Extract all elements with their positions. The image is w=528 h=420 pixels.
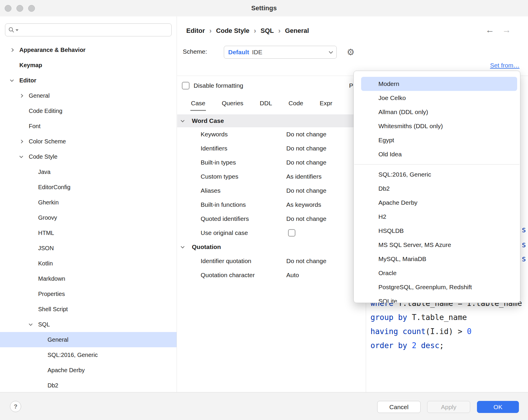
tree-item-editorconfig[interactable]: EditorConfig bbox=[0, 179, 177, 195]
tree-item-label: Markdown bbox=[38, 275, 65, 282]
style-option-egypt[interactable]: Egypt bbox=[354, 133, 520, 147]
tree-item-code-editing[interactable]: Code Editing bbox=[0, 103, 177, 118]
settings-search[interactable] bbox=[5, 23, 172, 36]
tree-item-html[interactable]: HTML bbox=[0, 225, 177, 241]
disable-formatting-checkbox[interactable] bbox=[182, 82, 189, 89]
setting-row-use-original-case: Use original case bbox=[177, 226, 366, 240]
section-title: Word Case bbox=[192, 117, 224, 124]
identifiers-value[interactable]: Do not change bbox=[286, 145, 326, 152]
style-option-joe-celko[interactable]: Joe Celko bbox=[354, 91, 520, 105]
setting-row-identifier-quotation: Identifier quotationDo not change bbox=[177, 254, 366, 268]
tree-item-code-style[interactable]: Code Style bbox=[0, 149, 177, 164]
code-token: desc bbox=[421, 341, 439, 350]
tree-item-label: Keymap bbox=[19, 62, 42, 69]
breadcrumb-item-sql: SQL bbox=[260, 27, 274, 35]
style-option-hsqldb[interactable]: HSQLDB bbox=[354, 224, 520, 238]
style-option-oracle[interactable]: Oracle bbox=[354, 266, 520, 280]
aliases-value[interactable]: Do not change bbox=[286, 187, 326, 194]
code-token: (I.id) > bbox=[426, 327, 467, 336]
forward-arrow-icon[interactable]: → bbox=[502, 25, 511, 35]
tab-queries[interactable]: Queries bbox=[221, 97, 244, 111]
tab-case[interactable]: Case bbox=[190, 97, 206, 111]
preview-code: where T.table_name = I.table_namegroup b… bbox=[370, 296, 522, 353]
tree-item-editor[interactable]: Editor bbox=[0, 73, 177, 88]
style-option-db2[interactable]: Db2 bbox=[354, 182, 520, 196]
window-title: Settings bbox=[0, 0, 528, 16]
chevron-right-icon[interactable] bbox=[20, 140, 29, 143]
tab-expr[interactable]: Expr bbox=[319, 97, 333, 111]
breadcrumb-separator: › bbox=[254, 27, 256, 35]
tree-item-general[interactable]: General bbox=[0, 88, 177, 103]
ok-button[interactable]: OK bbox=[477, 401, 519, 413]
tree-item-sql[interactable]: SQL bbox=[0, 317, 177, 332]
tree-item-kotlin[interactable]: Kotlin bbox=[0, 256, 177, 271]
tab-ddl[interactable]: DDL bbox=[259, 97, 273, 111]
tree-item-groovy[interactable]: Groovy bbox=[0, 210, 177, 225]
search-input[interactable] bbox=[19, 27, 168, 33]
help-button[interactable]: ? bbox=[10, 401, 21, 412]
tree-item-color-scheme[interactable]: Color Scheme bbox=[0, 134, 177, 149]
tree-item-label: Editor bbox=[19, 77, 36, 84]
setting-row-quotation-character: Quotation characterAuto bbox=[177, 268, 366, 282]
tree-item-apache-derby[interactable]: Apache Derby bbox=[0, 363, 177, 378]
gear-icon[interactable]: ⚙ bbox=[347, 47, 355, 57]
style-option-apache-derby[interactable]: Apache Derby bbox=[354, 196, 520, 210]
style-option-ms-sql-server-ms-azure[interactable]: MS SQL Server, MS Azure bbox=[354, 238, 520, 252]
setting-row-quoted-identifiers: Quoted identifiersDo not change bbox=[177, 212, 366, 226]
tree-item-db2[interactable]: Db2 bbox=[0, 378, 177, 392]
style-option-whitesmiths-ddl-only[interactable]: Whitesmiths (DDL only) bbox=[354, 119, 520, 133]
quotation-character-value[interactable]: Auto bbox=[286, 272, 299, 279]
setting-label: Built-in functions bbox=[201, 201, 246, 208]
tree-item-font[interactable]: Font bbox=[0, 118, 177, 134]
custom-types-value[interactable]: As identifiers bbox=[286, 173, 321, 180]
tree-item-properties[interactable]: Properties bbox=[0, 286, 177, 302]
built-in-functions-value[interactable]: As keywords bbox=[286, 201, 321, 208]
tree-item-java[interactable]: Java bbox=[0, 164, 177, 179]
tree-item-appearance-behavior[interactable]: Appearance & Behavior bbox=[0, 42, 177, 57]
style-option-h2[interactable]: H2 bbox=[354, 210, 520, 224]
keywords-value[interactable]: Do not change bbox=[286, 131, 326, 138]
section-header-word-case[interactable]: Word Case bbox=[177, 114, 366, 127]
style-option-old-idea[interactable]: Old Idea bbox=[354, 147, 520, 161]
set-from-link[interactable]: Set from… bbox=[490, 62, 519, 69]
setting-row-built-in-types: Built-in typesDo not change bbox=[177, 155, 366, 170]
tree-item-general[interactable]: General bbox=[0, 332, 177, 347]
setting-label: Use original case bbox=[201, 229, 248, 236]
use-original-case-checkbox[interactable] bbox=[288, 229, 295, 237]
tree-item-gherkin[interactable]: Gherkin bbox=[0, 195, 177, 210]
setting-label: Aliases bbox=[201, 187, 221, 194]
popup-separator bbox=[354, 164, 519, 165]
chevron-down-icon[interactable] bbox=[20, 156, 29, 158]
style-option-modern[interactable]: Modern bbox=[361, 77, 517, 91]
quoted-identifiers-value[interactable]: Do not change bbox=[286, 215, 326, 222]
tree-item-keymap[interactable]: Keymap bbox=[0, 57, 177, 73]
section-header-quotation[interactable]: Quotation bbox=[177, 240, 366, 254]
tree-item-markdown[interactable]: Markdown bbox=[0, 271, 177, 286]
search-history-chevron-icon[interactable] bbox=[16, 29, 18, 31]
tree-item-sql-2016-generic[interactable]: SQL:2016, Generic bbox=[0, 347, 177, 363]
apply-button[interactable]: Apply bbox=[427, 401, 470, 413]
style-option-postgresql-greenplum-redshift[interactable]: PostgreSQL, Greenplum, Redshift bbox=[354, 280, 520, 294]
identifier-quotation-value[interactable]: Do not change bbox=[286, 258, 326, 265]
style-option-sqlite[interactable]: SQLite bbox=[354, 294, 520, 303]
chevron-down-icon[interactable] bbox=[11, 79, 19, 81]
chevron-down-icon[interactable] bbox=[29, 324, 38, 325]
tree-item-label: Java bbox=[38, 169, 50, 175]
chevron-right-icon[interactable] bbox=[20, 94, 29, 97]
built-in-types-value[interactable]: Do not change bbox=[286, 159, 326, 166]
style-option-allman-ddl-only[interactable]: Allman (DDL only) bbox=[354, 105, 520, 119]
code-token bbox=[398, 327, 403, 336]
tree-item-json[interactable]: JSON bbox=[0, 241, 177, 256]
back-arrow-icon[interactable]: ← bbox=[485, 25, 494, 35]
chevron-down-icon bbox=[329, 50, 333, 54]
style-option-mysql-mariadb[interactable]: MySQL, MariaDB bbox=[354, 252, 520, 266]
tab-code[interactable]: Code bbox=[288, 97, 304, 111]
chevron-right-icon[interactable] bbox=[11, 49, 19, 51]
setting-row-aliases: AliasesDo not change bbox=[177, 184, 366, 198]
tree-item-label: General bbox=[29, 92, 50, 99]
tree-item-shell-script[interactable]: Shell Script bbox=[0, 302, 177, 317]
style-option-sql-2016-generic[interactable]: SQL:2016, Generic bbox=[354, 167, 520, 182]
chevron-down-icon bbox=[181, 120, 190, 122]
cancel-button[interactable]: Cancel bbox=[377, 401, 421, 413]
scheme-dropdown[interactable]: Default IDE bbox=[224, 46, 337, 59]
